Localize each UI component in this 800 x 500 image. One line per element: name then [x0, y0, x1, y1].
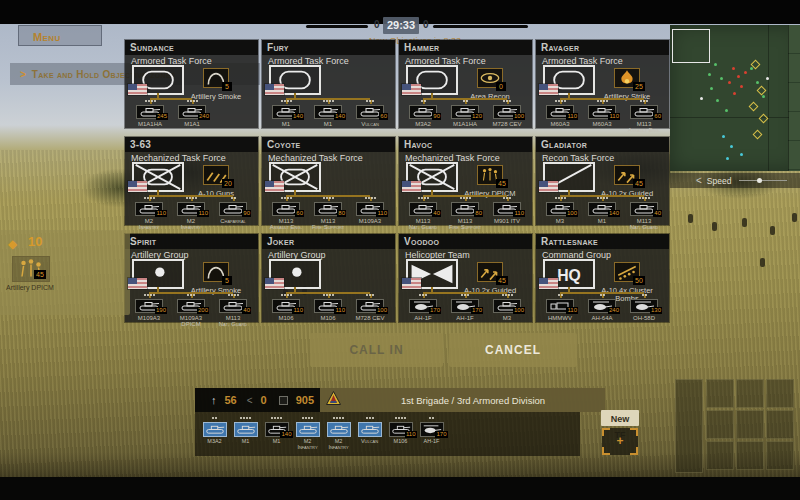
taskforce-card-gladiator[interactable]: GladiatorRecon Task Force45A-10 2x Guide… [536, 137, 669, 225]
speed-slider-thumb[interactable] [757, 178, 762, 183]
pip [249, 417, 251, 419]
unit-cost-badge: 170 [471, 307, 483, 314]
unit-slot-m113-fire-support[interactable]: 80M113Fire Support [444, 196, 486, 225]
taskforce-card-fury[interactable]: FuryArmored Task Force140M1140M160Vulcan [262, 40, 395, 128]
unit-slot-m60a3[interactable]: 110M60A3 [539, 99, 581, 128]
veterancy-pips [486, 293, 528, 298]
unit-slot-m901-itv[interactable]: 110M901 ITV [486, 196, 528, 225]
unit-slot-m1a1ha[interactable]: 245M1A1HA [129, 99, 171, 128]
tray-unit-m2-infantry-4[interactable]: M2Infantry [323, 416, 354, 454]
requisition-diamond-icon: ◆ [8, 237, 17, 251]
cancel-button[interactable]: CANCEL [449, 333, 577, 367]
unit-slot-m106[interactable]: 110M106 [307, 293, 349, 322]
unit-label: M113Assault Eng. [623, 121, 665, 133]
pip [606, 197, 608, 199]
pip [418, 197, 420, 199]
unit-slot-chaparral[interactable]: 90Chaparral [212, 196, 254, 225]
unit-slot-ah-1f[interactable]: 170AH-1F [402, 293, 444, 322]
pip [192, 197, 194, 199]
taskforce-card-havoc[interactable]: HavocMechanized Task Force45Artillery DP… [399, 137, 532, 225]
unit-slot-m113-assault-eng-[interactable]: 60M113Assault Eng. [623, 99, 665, 128]
unit-slot-m113-nat-guard[interactable]: 40M113Nat. Guard [402, 196, 444, 225]
unit-slot-m728-cev[interactable]: 100M728 CEV [486, 99, 528, 128]
unit-slot-m106[interactable]: 110M106 [265, 293, 307, 322]
unit-slot-m2-infantry[interactable]: 110M2Infantry [128, 196, 170, 225]
tray-unit-m2-infantry-3[interactable]: M2Infantry [292, 416, 323, 454]
taskforce-card-ravager[interactable]: RavagerArmored Task Force25Artillery Str… [536, 40, 669, 128]
unit-slot-m1a1ha[interactable]: 120M1A1HA [444, 99, 486, 128]
speed-slider[interactable] [739, 180, 787, 181]
taskforce-card-spirit[interactable]: SpiritArtillery Group5Artillery Smoke190… [125, 234, 258, 322]
us-flag-icon [265, 84, 284, 95]
minimap[interactable] [670, 25, 800, 171]
unit-icon-tank: 40 [219, 299, 247, 313]
speed-control[interactable]: < Speed [670, 173, 800, 188]
unit-icon-tank: 60 [630, 105, 658, 119]
unit-slot-ah-64a[interactable]: 240AH-64A [581, 293, 623, 322]
pip [395, 417, 397, 419]
unit-slot-m2-infantry[interactable]: 110M2Infantry [170, 196, 212, 225]
unit-slot-m1[interactable]: 140M1 [307, 99, 349, 128]
unit-slot-m60a3[interactable]: 110M60A3 [581, 99, 623, 128]
taskforce-card-body: Mechanized Task Force20A-10 Guns110M2Inf… [125, 152, 258, 225]
veterancy-pips [170, 293, 212, 298]
add-unit-slot[interactable]: + [602, 428, 638, 455]
unit-cost-badge: 110 [292, 307, 304, 314]
speed-chevron-icon[interactable]: < [696, 175, 702, 186]
unit-slot-m109a3-dpicm[interactable]: 200M109A3DPICM [170, 293, 212, 322]
taskforce-card-voodoo[interactable]: VoodooHelicopter Team45A-10 2x Guided170… [399, 234, 532, 322]
taskforce-card-joker[interactable]: JokerArtillery Group110M106110M106100M72… [262, 234, 395, 322]
unit-icon-heli: 170 [409, 299, 437, 313]
call-in-button[interactable]: CALL IN [310, 333, 443, 367]
minimap-objective-diamond [749, 102, 759, 112]
new-tf-button[interactable]: New TF [601, 410, 639, 426]
pip [305, 417, 307, 419]
unit-slot-m3[interactable]: 100M3 [539, 196, 581, 225]
unit-slot-m1[interactable]: 140M1 [581, 196, 623, 225]
unit-slot-ah-1f[interactable]: 170AH-1F [444, 293, 486, 322]
unit-slot-m109a3[interactable]: 190M109A3 [128, 293, 170, 322]
unit-icon-tank: 110 [314, 299, 342, 313]
taskforce-card-rattlesnake[interactable]: RattlesnakeCommand GroupHQ50A-10 4x Clus… [536, 234, 669, 322]
tray-unit-m1-2[interactable]: 140M1 [261, 416, 292, 454]
pip [372, 294, 374, 296]
taskforce-name: Hammer [399, 40, 532, 55]
unit-slot-vulcan[interactable]: 60Vulcan [349, 99, 391, 128]
unit-slot-m1a1[interactable]: 240M1A1 [171, 99, 213, 128]
ability-cost-badge: 45 [496, 276, 508, 285]
unit-icon-tank: 90 [409, 105, 437, 119]
menu-button[interactable]: Menu [18, 25, 102, 46]
pip [461, 294, 463, 296]
bottom-info-bar: ↑ 56 < 0 905 1st Brigade / 3rd Armored D… [195, 388, 605, 412]
unit-slot-m3[interactable]: 100M3 [486, 293, 528, 322]
tray-unit-m106-6[interactable]: 110M106 [385, 416, 416, 454]
pip [424, 197, 426, 199]
minimap-road [768, 25, 769, 171]
pip [643, 100, 645, 102]
unit-slot-m113-nat-guard[interactable]: 40M113Nat. Guard [623, 196, 665, 225]
tray-unit-m1-1[interactable]: M1 [230, 416, 261, 454]
tray-unit-ah-1f-7[interactable]: 170AH-1F [416, 416, 447, 454]
unit-slot-m113-fire-support[interactable]: 80M113Fire Support [307, 196, 349, 225]
taskforce-card-hammer[interactable]: HammerArmored Task Force0Area Recon90M3A… [399, 40, 532, 128]
unit-slot-m1[interactable]: 140M1 [265, 99, 307, 128]
unit-slot-m3a2[interactable]: 90M3A2 [402, 99, 444, 128]
unit-slot-oh-58d[interactable]: 130OH-58D [623, 293, 665, 322]
left-chevron: < [247, 395, 253, 406]
unit-cost-badge: 100 [376, 307, 388, 314]
veterancy-pips [539, 293, 581, 298]
veterancy-pips [349, 196, 391, 201]
pip [187, 294, 189, 296]
taskforce-card-coyote[interactable]: CoyoteMechanized Task Force60M113Assault… [262, 137, 395, 225]
tray-unit-m3a2-0[interactable]: M3A2 [199, 416, 230, 454]
pip [421, 100, 423, 102]
unit-slot-m109a3[interactable]: 110M109A3 [349, 196, 391, 225]
tray-unit-vulcan-5[interactable]: Vulcan [354, 416, 385, 454]
unit-slot-hmmwv[interactable]: 110HMMWV [539, 293, 581, 322]
taskforce-card-3-63[interactable]: 3-63Mechanized Task Force20A-10 Guns110M… [125, 137, 258, 225]
unit-slot-m113-assault-eng-[interactable]: 60M113Assault Eng. [265, 196, 307, 225]
unit-slot-m728-cev[interactable]: 100M728 CEV [349, 293, 391, 322]
unit-label: M60A3 [539, 121, 581, 127]
unit-slot-m113-nat-guard[interactable]: 40M113Nat. Guard [212, 293, 254, 322]
taskforce-card-sundance[interactable]: SundanceArmored Task Force5Artillery Smo… [125, 40, 258, 128]
